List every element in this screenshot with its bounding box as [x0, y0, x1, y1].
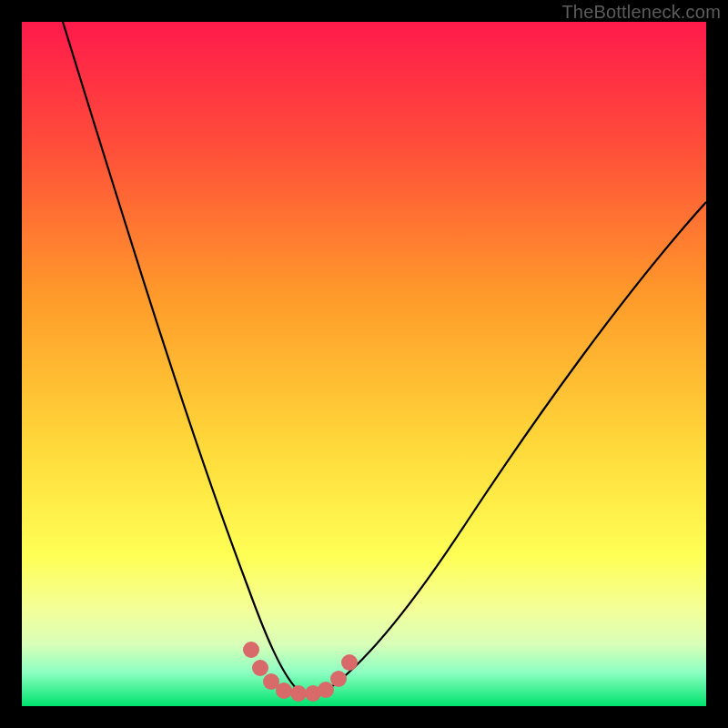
- chart-frame: TheBottleneck.com: [0, 0, 728, 728]
- svg-point-4: [290, 685, 307, 702]
- svg-point-8: [341, 654, 358, 671]
- svg-point-3: [276, 682, 292, 699]
- watermark-text: TheBottleneck.com: [561, 2, 721, 23]
- svg-point-1: [252, 660, 268, 676]
- plot-area: [22, 22, 706, 706]
- svg-point-0: [243, 642, 259, 658]
- svg-point-6: [318, 682, 334, 698]
- gradient-background: [22, 22, 706, 706]
- svg-point-7: [330, 671, 347, 687]
- chart-svg: [22, 22, 706, 706]
